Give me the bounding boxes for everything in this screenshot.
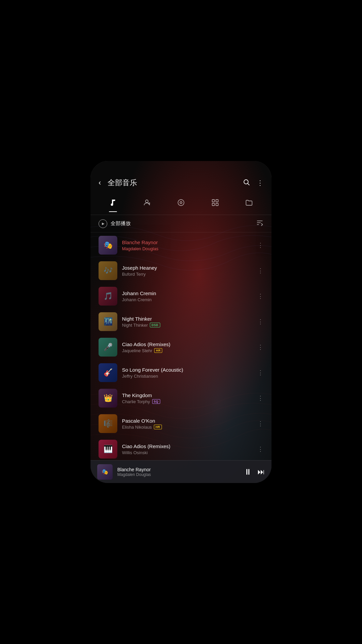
quality-badge: HR (154, 348, 162, 353)
song-artist: Charlie Torphy (122, 399, 150, 404)
song-artist: Willis Osinski (122, 450, 148, 455)
tab-folders[interactable] (240, 197, 258, 211)
album-art: 🎼 (99, 414, 117, 433)
song-title: Ciao Adios (Remixes) (122, 341, 250, 347)
song-more-button[interactable]: ⋮ (255, 419, 263, 429)
music-note-icon (109, 199, 117, 209)
svg-point-0 (244, 179, 248, 184)
list-item[interactable]: 🎶 Joseph Heaney Buford Terry ⋮ (90, 258, 272, 283)
svg-line-1 (248, 183, 249, 185)
song-info: Ciao Adios (Remixes) Willis Osinski (122, 443, 250, 455)
svg-rect-6 (216, 200, 218, 202)
song-artist: Johann Cremin (122, 297, 152, 302)
album-art: 🌃 (99, 312, 117, 331)
person-icon (143, 199, 151, 209)
song-info: Ciao Adios (Remixes) Jaqueline Stehr HR (122, 341, 250, 353)
play-all-row: 全部播放 (90, 215, 272, 232)
list-item[interactable]: 🌃 Night Thinker Night Thinker DSD ⋮ (90, 309, 272, 334)
list-item[interactable]: 🎼 Pascale O'Kon Elisha Nikolaus HR ⋮ (90, 411, 272, 436)
album-icon (177, 199, 185, 209)
tab-albums[interactable] (172, 197, 190, 211)
header-actions: ⋮ (243, 178, 263, 187)
song-more-button[interactable]: ⋮ (255, 393, 263, 403)
song-artist: Magdalen Douglas (122, 246, 158, 251)
more-icon[interactable]: ⋮ (257, 179, 263, 187)
list-item[interactable]: 👑 The Kingdom Charlie Torphy SQ ⋮ (90, 385, 272, 411)
song-more-button[interactable]: ⋮ (255, 444, 263, 454)
album-art: 🎭 (99, 236, 117, 255)
now-playing-bar[interactable]: 🎭 Blanche Raynor Magdalen Douglas ⏸ ⏭ (90, 460, 272, 483)
now-playing-info: Blanche Raynor Magdalen Douglas (117, 467, 239, 477)
song-title: The Kingdom (122, 392, 250, 398)
list-item[interactable]: 🎵 Johann Cremin Johann Cremin ⋮ (90, 283, 272, 309)
svg-rect-5 (212, 200, 215, 202)
list-item[interactable]: 🎸 So Long Forever (Acoustic) Jeffry Chri… (90, 360, 272, 385)
list-item[interactable]: 🎭 Blanche Raynor Magdalen Douglas ⋮ (90, 232, 272, 258)
tab-songs[interactable] (104, 197, 122, 211)
song-artist: Elisha Nikolaus (122, 425, 152, 430)
play-all-label: 全部播放 (111, 220, 131, 227)
folder-icon (245, 199, 253, 209)
tab-grid[interactable] (206, 197, 225, 211)
song-info: Joseph Heaney Buford Terry (122, 265, 250, 277)
quality-badge: HR (154, 425, 162, 429)
song-list: 🎭 Blanche Raynor Magdalen Douglas ⋮ 🎶 Jo… (90, 232, 272, 483)
song-artist: Jeffry Christiansen (122, 374, 158, 379)
sort-icon[interactable] (256, 219, 263, 228)
song-more-button[interactable]: ⋮ (255, 240, 263, 250)
song-info: Night Thinker Night Thinker DSD (122, 316, 250, 328)
now-playing-artist: Magdalen Douglas (117, 472, 239, 477)
svg-point-4 (180, 202, 182, 204)
list-item[interactable]: 🎹 Ciao Adios (Remixes) Willis Osinski ⋮ (90, 436, 272, 462)
song-more-button[interactable]: ⋮ (255, 266, 263, 276)
now-playing-art: 🎭 (97, 464, 113, 480)
list-item[interactable]: 🎤 Ciao Adios (Remixes) Jaqueline Stehr H… (90, 334, 272, 360)
quality-badge: DSD (150, 323, 160, 327)
search-icon[interactable] (243, 178, 250, 187)
song-title: Night Thinker (122, 316, 250, 322)
song-info: Pascale O'Kon Elisha Nikolaus HR (122, 418, 250, 430)
song-title: Ciao Adios (Remixes) (122, 443, 250, 449)
song-title: Johann Cremin (122, 290, 250, 296)
svg-point-3 (178, 200, 184, 206)
pause-button[interactable]: ⏸ (244, 467, 252, 477)
album-art: 🎶 (99, 261, 117, 280)
album-art: 🎸 (99, 363, 117, 382)
song-more-button[interactable]: ⋮ (255, 342, 263, 352)
song-title: Blanche Raynor (122, 239, 250, 245)
song-title: Joseph Heaney (122, 265, 250, 271)
playback-controls: ⏸ ⏭ (244, 467, 265, 477)
quality-badge: SQ (152, 399, 160, 404)
play-all-button[interactable]: 全部播放 (99, 219, 256, 228)
tab-artists[interactable] (137, 197, 156, 211)
song-more-button[interactable]: ⋮ (255, 368, 263, 378)
grid-icon (211, 199, 219, 209)
song-info: So Long Forever (Acoustic) Jeffry Christ… (122, 367, 250, 379)
svg-point-2 (145, 200, 148, 203)
song-info: Johann Cremin Johann Cremin (122, 290, 250, 302)
song-title: So Long Forever (Acoustic) (122, 367, 250, 373)
svg-rect-7 (212, 203, 215, 206)
album-art: 🎵 (99, 287, 117, 306)
song-info: Blanche Raynor Magdalen Douglas (122, 239, 250, 251)
now-playing-title: Blanche Raynor (117, 467, 239, 472)
song-more-button[interactable]: ⋮ (255, 317, 263, 327)
skip-button[interactable]: ⏭ (257, 468, 265, 476)
svg-rect-8 (216, 203, 218, 206)
play-circle-icon (99, 219, 107, 228)
song-artist: Night Thinker (122, 323, 148, 328)
song-artist: Jaqueline Stehr (122, 348, 152, 353)
album-art: 🎹 (99, 440, 117, 459)
album-art: 👑 (99, 389, 117, 408)
song-info: The Kingdom Charlie Torphy SQ (122, 392, 250, 404)
album-art: 🎤 (99, 338, 117, 357)
song-more-button[interactable]: ⋮ (255, 291, 263, 301)
back-button[interactable]: ‹ (99, 177, 104, 189)
song-title: Pascale O'Kon (122, 418, 250, 424)
tab-bar (90, 194, 272, 215)
phone-frame: ‹ 全部音乐 ⋮ (90, 161, 272, 483)
song-artist: Buford Terry (122, 272, 146, 277)
header: ‹ 全部音乐 ⋮ (90, 161, 272, 194)
app-content: ‹ 全部音乐 ⋮ (90, 161, 272, 483)
page-title: 全部音乐 (108, 178, 239, 188)
